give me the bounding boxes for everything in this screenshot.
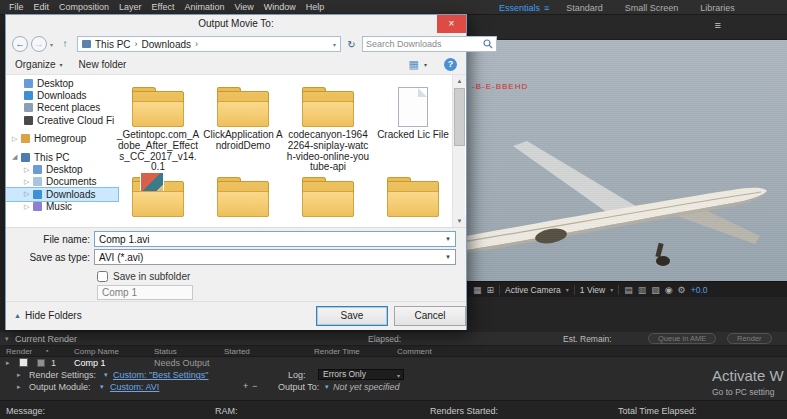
remove-output-module-button[interactable]: − xyxy=(252,381,257,391)
subfolder-name-input[interactable] xyxy=(97,285,193,300)
chevron-down-icon[interactable]: ▾ xyxy=(100,383,104,391)
view-layout-selector[interactable]: 1 View xyxy=(580,285,605,295)
file-item-folder[interactable] xyxy=(371,171,455,217)
up-one-level-button[interactable]: ↑ xyxy=(56,36,74,52)
change-view-icon[interactable]: ▦ xyxy=(409,59,419,70)
column-started[interactable]: Started xyxy=(224,347,250,356)
flowchart-icon[interactable]: ◉ xyxy=(665,285,673,295)
column-status[interactable]: Status xyxy=(154,347,177,356)
tree-item-this-pc[interactable]: ◢ This PC xyxy=(6,151,118,163)
add-output-module-button[interactable]: + xyxy=(243,381,248,391)
chevron-down-icon[interactable]: ▾ xyxy=(424,61,427,68)
exposure-value[interactable]: +0.0 xyxy=(691,285,708,295)
menu-animation[interactable]: Animation xyxy=(179,2,229,12)
transparency-grid-icon[interactable]: ▦ xyxy=(473,285,482,295)
forward-button[interactable]: → xyxy=(31,36,47,52)
workspace-menu-icon[interactable]: ≡ xyxy=(544,3,555,13)
file-item-codecanyon[interactable]: codecanyon-19642264-sniplay-watch-video-… xyxy=(286,81,370,173)
file-item-folder[interactable] xyxy=(201,171,285,217)
tree-item-downloads-fav[interactable]: Downloads xyxy=(6,89,118,101)
file-list-scrollbar[interactable]: ▲ ▼ xyxy=(452,75,465,227)
new-folder-button[interactable]: New folder xyxy=(79,59,127,70)
menu-edit[interactable]: Edit xyxy=(29,2,55,12)
expand-chevron-icon[interactable]: ▷ xyxy=(24,190,33,198)
queue-in-ame-button[interactable]: Queue in AME xyxy=(648,333,716,344)
tree-item-downloads[interactable]: ▷ Downloads xyxy=(6,188,118,200)
chevron-down-icon[interactable]: ▾ xyxy=(60,61,63,68)
cancel-button[interactable]: Cancel xyxy=(394,306,466,326)
breadcrumb-chevron-icon[interactable]: › xyxy=(135,39,138,49)
breadcrumb-folder[interactable]: Downloads xyxy=(142,39,191,50)
file-item-clickapplication[interactable]: ClickApplication AndroidDemo xyxy=(201,81,285,152)
item-comp-name[interactable]: Comp 1 xyxy=(74,358,106,368)
search-icon[interactable] xyxy=(483,39,493,49)
menu-file[interactable]: File xyxy=(4,2,29,12)
column-render-time[interactable]: Render Time xyxy=(314,347,360,356)
close-icon[interactable]: × xyxy=(437,15,466,33)
expand-triangle-icon[interactable]: ▸ xyxy=(17,383,21,391)
output-module-link[interactable]: Custom: AVI xyxy=(110,382,159,392)
collapse-triangle-icon[interactable]: ▾ xyxy=(5,335,9,343)
chevron-down-icon[interactable]: ▾ xyxy=(441,235,455,243)
file-item-folder[interactable] xyxy=(116,171,200,217)
workspace-tab-small-screen[interactable]: Small Screen xyxy=(614,3,690,13)
column-comp-name[interactable]: Comp Name xyxy=(74,347,119,356)
exposure-gear-icon[interactable]: ⚙ xyxy=(678,285,686,295)
menu-effect[interactable]: Effect xyxy=(147,2,180,12)
render-button[interactable]: Render xyxy=(727,333,772,344)
dialog-title-bar[interactable]: Output Movie To: × xyxy=(6,15,466,33)
comp-label-swatch[interactable] xyxy=(37,359,45,367)
workspace-tab-standard[interactable]: Standard xyxy=(555,3,614,13)
menu-composition[interactable]: Composition xyxy=(54,2,114,12)
history-chevron-icon[interactable]: ▾ xyxy=(50,41,53,48)
expand-chevron-icon[interactable]: ▷ xyxy=(12,135,21,143)
tree-item-desktop-pc[interactable]: ▷ Desktop xyxy=(6,163,118,175)
expand-triangle-icon[interactable]: ▸ xyxy=(17,371,21,379)
file-item-cracked-lic[interactable]: Cracked Lic File xyxy=(371,81,455,141)
chevron-down-icon[interactable]: ▾ xyxy=(325,383,329,391)
save-button[interactable]: Save xyxy=(316,306,388,326)
file-item-getintopc[interactable]: _Getintopc.com_Adobe_After_Effects_CC_20… xyxy=(116,81,200,173)
tree-item-recent-places[interactable]: Recent places xyxy=(6,102,118,114)
refresh-icon[interactable]: ↻ xyxy=(344,39,359,50)
scroll-down-icon[interactable]: ▼ xyxy=(453,215,466,227)
render-settings-link[interactable]: Custom: "Best Settings" xyxy=(113,370,208,380)
save-as-type-dropdown[interactable]: AVI (*.avi) ▾ xyxy=(94,249,456,265)
scrollbar-thumb[interactable] xyxy=(454,88,465,146)
expand-triangle-icon[interactable]: ▸ xyxy=(6,359,10,367)
column-comment[interactable]: Comment xyxy=(397,347,432,356)
workspace-tab-essentials[interactable]: Essentials xyxy=(488,3,544,13)
search-input[interactable] xyxy=(366,39,483,49)
back-button[interactable]: ← xyxy=(12,36,28,52)
chevron-down-icon[interactable]: ▾ xyxy=(104,371,108,379)
breadcrumb-chevron-icon[interactable]: › xyxy=(195,39,198,49)
address-dropdown-icon[interactable]: ▾ xyxy=(333,41,336,48)
file-name-input[interactable] xyxy=(95,234,441,245)
timeline-icon[interactable]: ▧ xyxy=(651,285,660,295)
menu-layer[interactable]: Layer xyxy=(114,2,147,12)
hide-folders-button[interactable]: ▲ Hide Folders xyxy=(14,310,82,321)
tree-item-homegroup[interactable]: ▷ Homegroup xyxy=(6,133,118,145)
tree-item-documents[interactable]: ▷ Documents xyxy=(6,176,118,188)
tree-item-music[interactable]: ▷ Music xyxy=(6,201,118,213)
tree-item-desktop[interactable]: Desktop xyxy=(6,77,118,89)
render-item-checkbox[interactable] xyxy=(19,358,28,367)
tree-item-creative-cloud[interactable]: Creative Cloud Fi xyxy=(6,114,118,126)
output-to-link[interactable]: Not yet specified xyxy=(333,382,400,392)
expand-chevron-icon[interactable]: ▷ xyxy=(24,166,33,174)
pixel-aspect-icon[interactable]: ▤ xyxy=(624,285,633,295)
log-dropdown[interactable]: Errors Only ▾ xyxy=(318,369,404,380)
menu-view[interactable]: View xyxy=(229,2,258,12)
help-icon[interactable]: ? xyxy=(444,58,457,71)
breadcrumb-root[interactable]: This PC xyxy=(95,39,131,50)
menu-help[interactable]: Help xyxy=(301,2,330,12)
region-of-interest-icon[interactable]: ⊞ xyxy=(487,285,495,295)
expand-chevron-icon[interactable]: ▷ xyxy=(24,178,33,186)
workspace-tab-libraries[interactable]: Libraries xyxy=(689,3,746,13)
fast-preview-icon[interactable]: ▥ xyxy=(638,285,647,295)
file-item-folder[interactable] xyxy=(286,171,370,217)
scroll-up-icon[interactable]: ▲ xyxy=(453,75,466,87)
column-render[interactable]: Render xyxy=(6,347,32,356)
collapse-chevron-icon[interactable]: ◢ xyxy=(12,153,21,161)
panel-menu-icon[interactable]: ≡ xyxy=(715,20,721,31)
